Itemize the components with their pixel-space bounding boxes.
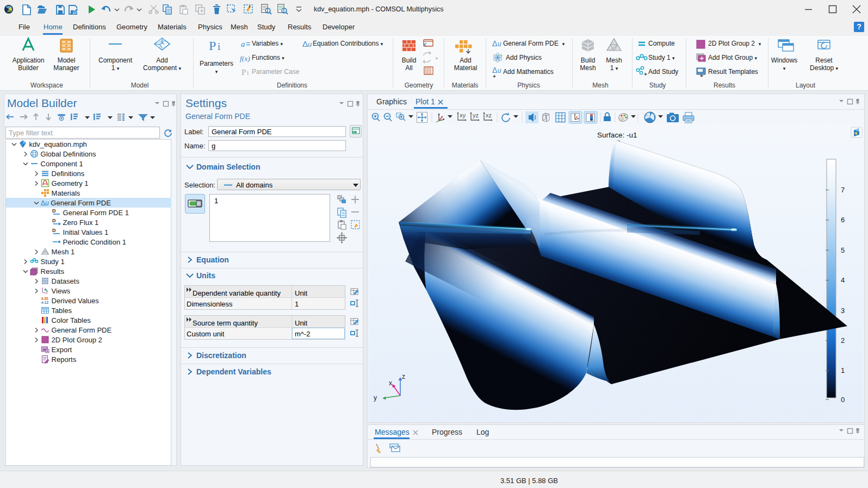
svg-text:2: 2: [841, 336, 845, 345]
svg-text:z: z: [402, 373, 405, 380]
svg-text:f(x): f(x): [240, 54, 250, 62]
svg-text:y: y: [374, 394, 377, 402]
svg-text:D: D: [52, 228, 56, 233]
svg-text:yz: yz: [473, 112, 479, 118]
svg-text:Δ: Δ: [302, 39, 308, 48]
svg-text:x: x: [389, 379, 392, 387]
svg-text:Δ: Δ: [492, 39, 497, 48]
svg-text:4: 4: [841, 276, 845, 284]
svg-text:5: 5: [841, 246, 845, 254]
svg-text:e-12: e-12: [41, 301, 48, 304]
svg-text:i: i: [247, 69, 249, 77]
svg-text:8.85: 8.85: [41, 297, 48, 301]
svg-text:D: D: [52, 218, 56, 223]
svg-text:a: a: [241, 40, 245, 48]
svg-text:xy: xy: [460, 112, 466, 118]
svg-text:3: 3: [841, 306, 845, 315]
svg-text:6: 6: [841, 216, 845, 224]
svg-text:7: 7: [841, 186, 845, 194]
svg-text:D: D: [52, 208, 56, 214]
svg-text:P: P: [209, 39, 216, 53]
svg-text:Surface: -u1: Surface: -u1: [597, 131, 637, 139]
svg-text:u: u: [498, 67, 501, 74]
svg-text:P: P: [241, 68, 246, 77]
svg-text:u: u: [498, 40, 501, 48]
svg-text:i: i: [218, 41, 220, 52]
svg-text:1: 1: [841, 366, 845, 374]
svg-text:xz: xz: [486, 112, 492, 118]
svg-text:=: =: [246, 40, 250, 48]
svg-text:Δ: Δ: [492, 66, 497, 74]
svg-text:u: u: [308, 40, 312, 48]
svg-text:0: 0: [841, 396, 845, 404]
